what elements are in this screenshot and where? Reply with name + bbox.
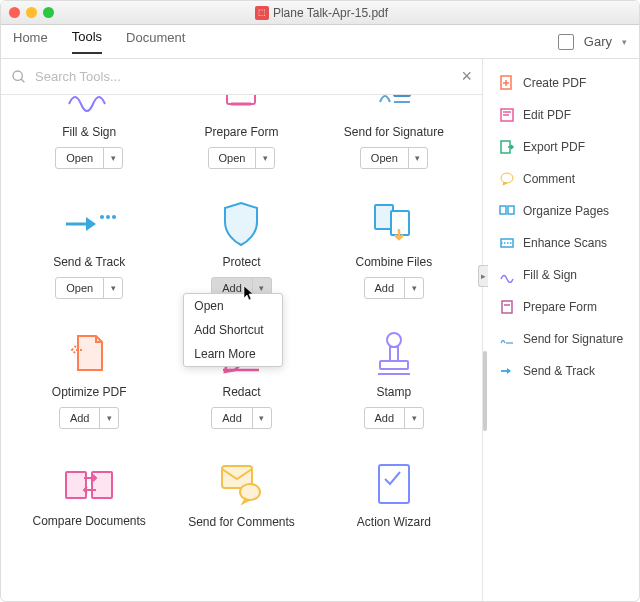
window-controls[interactable] — [9, 7, 54, 18]
sidebar-label: Organize Pages — [523, 204, 609, 218]
prepare-form-open-button[interactable]: Open▾ — [208, 147, 276, 169]
organize-pages-icon — [499, 203, 515, 219]
edit-pdf-icon — [499, 107, 515, 123]
sidebar-label: Create PDF — [523, 76, 586, 90]
sidebar-item-comment[interactable]: Comment — [499, 171, 627, 187]
sidebar-item-send-signature[interactable]: Send for Signature — [499, 331, 627, 347]
sidebar-label: Prepare Form — [523, 300, 597, 314]
clear-search-icon[interactable]: × — [461, 66, 472, 87]
tool-label: Compare Documents — [32, 515, 145, 528]
svg-point-7 — [100, 215, 104, 219]
cursor-icon — [243, 285, 255, 301]
enhance-scans-icon — [499, 235, 515, 251]
tool-stamp: Stamp Add▾ — [318, 327, 470, 429]
sidebar-label: Enhance Scans — [523, 236, 607, 250]
sidebar-item-edit-pdf[interactable]: Edit PDF — [499, 107, 627, 123]
window-titlebar: ⬚ Plane Talk-Apr-15.pdf — [1, 1, 639, 25]
minimize-window-button[interactable] — [26, 7, 37, 18]
fill-sign-small-icon — [499, 267, 515, 283]
protect-menu-learn[interactable]: Learn More — [184, 342, 282, 366]
export-pdf-icon — [499, 139, 515, 155]
zoom-window-button[interactable] — [43, 7, 54, 18]
chevron-down-icon[interactable]: ▾ — [104, 148, 122, 168]
chevron-down-icon[interactable]: ▾ — [256, 148, 274, 168]
svg-point-29 — [501, 173, 513, 183]
window-title: Plane Talk-Apr-15.pdf — [273, 6, 388, 20]
svg-point-8 — [106, 215, 110, 219]
fill-sign-icon — [65, 95, 113, 121]
optimize-pdf-icon — [68, 327, 110, 381]
protect-dropdown-menu: Open Add Shortcut Learn More — [183, 293, 283, 367]
svg-rect-15 — [380, 361, 408, 369]
svg-rect-5 — [394, 95, 410, 96]
tool-optimize-pdf: Optimize PDF Add▾ — [13, 327, 165, 429]
tool-label: Fill & Sign — [62, 125, 116, 139]
tool-label: Send for Comments — [188, 515, 295, 529]
sidebar-item-organize[interactable]: Organize Pages — [499, 203, 627, 219]
chevron-down-icon[interactable]: ▾ — [104, 278, 122, 298]
fill-sign-open-button[interactable]: Open▾ — [55, 147, 123, 169]
tool-combine-files: Combine Files Add▾ — [318, 197, 470, 299]
send-signature-open-button[interactable]: Open▾ — [360, 147, 428, 169]
close-window-button[interactable] — [9, 7, 20, 18]
tool-fill-sign: Fill & Sign Open▾ — [13, 95, 165, 169]
sidebar-item-send-track[interactable]: Send & Track — [499, 363, 627, 379]
tool-label: Combine Files — [355, 255, 432, 269]
send-signature-small-icon — [499, 331, 515, 347]
send-track-icon — [62, 197, 116, 251]
sidebar-item-enhance[interactable]: Enhance Scans — [499, 235, 627, 251]
compare-icon — [62, 457, 116, 511]
sidebar-item-prepare-form[interactable]: Prepare Form — [499, 299, 627, 315]
note-icon[interactable] — [558, 34, 574, 50]
tool-send-signature: Send for Signature Open▾ — [318, 95, 470, 169]
search-tools-bar: × — [1, 59, 482, 95]
svg-point-20 — [240, 484, 260, 500]
tab-tools[interactable]: Tools — [72, 29, 102, 54]
svg-rect-31 — [508, 206, 514, 214]
user-name[interactable]: Gary — [584, 34, 612, 49]
chevron-down-icon[interactable]: ▾ — [409, 148, 427, 168]
tool-send-track: Send & Track Open▾ — [13, 197, 165, 299]
tab-document[interactable]: Document — [126, 30, 185, 53]
sidebar-collapse-handle[interactable]: ▸ — [478, 265, 488, 287]
svg-point-13 — [387, 333, 401, 347]
tool-protect: Protect Add▾ Open Add Shortcut Learn Mor… — [165, 197, 317, 299]
search-input[interactable] — [35, 69, 453, 84]
svg-point-0 — [13, 71, 22, 80]
prepare-form-icon — [221, 95, 261, 121]
tool-label: Send for Signature — [344, 125, 444, 139]
protect-menu-open[interactable]: Open — [184, 294, 282, 318]
svg-rect-21 — [379, 465, 409, 503]
tool-send-comments: Send for Comments — [165, 457, 317, 537]
action-wizard-icon — [375, 457, 413, 511]
sidebar-item-fill-sign[interactable]: Fill & Sign — [499, 267, 627, 283]
send-signature-icon — [372, 95, 416, 121]
chevron-down-icon[interactable]: ▾ — [253, 408, 271, 428]
top-navigation: Home Tools Document Gary ▾ — [1, 25, 639, 59]
svg-rect-30 — [500, 206, 506, 214]
prepare-form-small-icon — [499, 299, 515, 315]
sidebar-label: Send for Signature — [523, 332, 623, 346]
tab-home[interactable]: Home — [13, 30, 48, 53]
svg-line-1 — [21, 79, 24, 82]
stamp-add-button[interactable]: Add▾ — [364, 407, 425, 429]
pdf-file-icon: ⬚ — [255, 6, 269, 20]
sidebar-item-export-pdf[interactable]: Export PDF — [499, 139, 627, 155]
tool-label: Stamp — [376, 385, 411, 399]
sidebar-label: Fill & Sign — [523, 268, 577, 282]
sidebar-item-create-pdf[interactable]: Create PDF — [499, 75, 627, 91]
chevron-down-icon[interactable]: ▾ — [100, 408, 118, 428]
tool-label: Prepare Form — [204, 125, 278, 139]
svg-rect-14 — [390, 347, 398, 361]
send-track-open-button[interactable]: Open▾ — [55, 277, 123, 299]
chevron-down-icon[interactable]: ▾ — [405, 408, 423, 428]
tool-label: Action Wizard — [357, 515, 431, 529]
protect-menu-shortcut[interactable]: Add Shortcut — [184, 318, 282, 342]
tool-label: Redact — [222, 385, 260, 399]
comment-icon — [499, 171, 515, 187]
combine-add-button[interactable]: Add▾ — [364, 277, 425, 299]
chevron-down-icon[interactable]: ▾ — [405, 278, 423, 298]
user-menu-caret-icon[interactable]: ▾ — [622, 37, 627, 47]
redact-add-button[interactable]: Add▾ — [211, 407, 272, 429]
optimize-add-button[interactable]: Add▾ — [59, 407, 120, 429]
